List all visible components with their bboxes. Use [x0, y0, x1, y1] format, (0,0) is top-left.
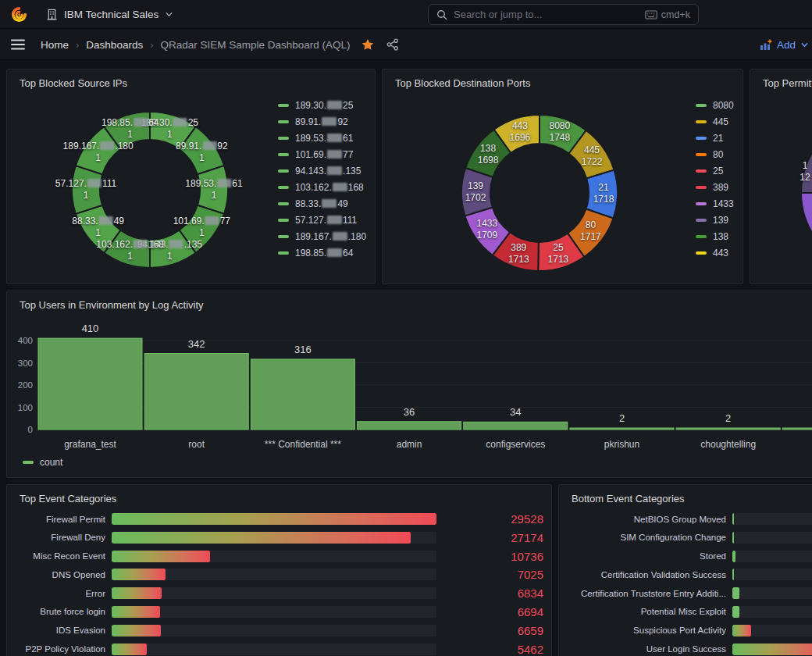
legend-item[interactable]: 189.167..180: [278, 232, 366, 241]
panel-title[interactable]: Top Blocked Source IPs: [7, 70, 375, 96]
gauge-bar-SIM Configuration Change[interactable]: [732, 532, 734, 544]
gauge-label: IDS Evasion: [7, 626, 105, 635]
legend-item[interactable]: 389: [696, 183, 734, 192]
search-input[interactable]: Search or jump to... cmd+k: [428, 4, 699, 25]
bar-*** Confidential ***[interactable]: [251, 359, 354, 430]
gauge-bar-Firewall Permit[interactable]: [112, 513, 436, 525]
legend-swatch: [278, 169, 289, 173]
legend-swatch: [278, 104, 289, 107]
share-icon[interactable]: [386, 38, 399, 51]
gauge-bar-Certification Truststore Entry Additi...[interactable]: [732, 587, 739, 599]
donut-slice-segment-4[interactable]: [801, 115, 812, 193]
gauge-label: Firewall Permit: [7, 515, 105, 524]
add-panel-button[interactable]: Add: [758, 30, 810, 60]
donut-slice-segment-3[interactable]: [801, 193, 812, 271]
gauge-row: Misc Recon Event10736: [7, 551, 551, 562]
bar-admin[interactable]: [358, 422, 461, 430]
gauge-track: [732, 625, 812, 636]
chart-legend[interactable]: count: [23, 457, 62, 468]
bar-configservices[interactable]: [464, 422, 568, 430]
legend-label: 8080: [713, 101, 734, 110]
legend-item[interactable]: 198.85.64: [278, 248, 366, 258]
legend-swatch: [278, 202, 289, 205]
legend-item[interactable]: 88.33.49: [278, 199, 366, 209]
breadcrumb-dashboards[interactable]: Dashboards: [86, 39, 143, 51]
gauge-bar-Misc Recon Event[interactable]: [112, 551, 210, 562]
gauge-bar-NetBIOS Group Moved[interactable]: [732, 513, 734, 525]
legend-item[interactable]: 94.143..135: [278, 166, 366, 176]
legend-swatch: [696, 202, 707, 205]
gauge-label: User Login Success: [559, 644, 726, 654]
legend-item[interactable]: 101.69.77: [278, 150, 366, 159]
gauge-track: [732, 606, 812, 618]
redacted-text: [327, 216, 342, 224]
grafana-logo-icon[interactable]: [11, 6, 27, 23]
bar-grafana_test[interactable]: [38, 338, 142, 430]
legend-swatch: [278, 235, 289, 238]
bar-pkrishun[interactable]: [570, 428, 674, 430]
gauge-bar-Certification Validation Success[interactable]: [732, 569, 734, 580]
panel-title[interactable]: Top Blocked Destination Ports: [383, 70, 743, 96]
legend-item[interactable]: 189.53.61: [278, 134, 366, 143]
legend-label: 101.69.77: [295, 150, 353, 159]
bar-value-label: 342: [188, 338, 205, 350]
legend-item[interactable]: 25: [696, 166, 734, 176]
chevron-down-icon: [165, 10, 173, 19]
donut-chart-top-permitted: 112: [750, 70, 812, 283]
redacted-text: [322, 117, 337, 126]
legend-swatch: [278, 137, 289, 140]
bar-choughtelling[interactable]: [676, 428, 780, 430]
gauge-value: 27174: [436, 531, 551, 544]
gauge-bar-Brute force login[interactable]: [112, 606, 160, 618]
gauge-bar-DNS Opened[interactable]: [112, 569, 166, 580]
legend-item[interactable]: 1433: [696, 199, 734, 209]
panel-top-event-categories: Top Event Categories Firewall Permit2952…: [6, 484, 552, 656]
gauge-track: [112, 587, 436, 599]
menu-icon[interactable]: [11, 39, 25, 50]
gauge-row: SIM Configuration Change: [559, 532, 812, 544]
legend-item[interactable]: 8080: [696, 101, 734, 110]
gauge-track: [732, 513, 812, 525]
gauge-bar-Firewall Deny[interactable]: [112, 532, 411, 544]
redacted-text: [327, 248, 342, 257]
legend-item[interactable]: 89.91.92: [278, 117, 366, 127]
breadcrumb-separator: ›: [69, 39, 86, 51]
legend-item[interactable]: 189.30.25: [278, 101, 366, 110]
y-axis-tick: 300: [18, 358, 33, 368]
legend-item[interactable]: 80: [696, 150, 734, 159]
gauge-value: 6659: [436, 624, 551, 637]
legend-item[interactable]: 21: [696, 134, 734, 143]
legend-swatch: [278, 120, 289, 123]
gauge-label: Firewall Deny: [7, 533, 105, 542]
x-axis-category-label: *** Confidential ***: [265, 439, 341, 450]
legend-item[interactable]: 138: [696, 232, 734, 241]
gauge-bar-IDS Evasion[interactable]: [112, 625, 161, 636]
bar-value-label: 34: [510, 406, 521, 418]
legend-item[interactable]: 139: [696, 216, 734, 225]
gauge-bar-Stored[interactable]: [732, 551, 735, 562]
gauge-bar-Potential Misc Exploit[interactable]: [732, 606, 739, 618]
gauge-track: [112, 625, 436, 636]
panel-title[interactable]: Top Permitt: [750, 70, 812, 96]
breadcrumb-home[interactable]: Home: [41, 39, 69, 51]
gauge-row: Firewall Permit29528: [7, 513, 551, 525]
gauge-bar-Error[interactable]: [112, 587, 162, 599]
star-icon[interactable]: [361, 38, 374, 51]
bar-partial[interactable]: [782, 428, 812, 430]
grafana-dashboard: { "nav": { "org": "IBM Technical Sales",…: [0, 0, 812, 656]
gauge-bar-Suspicious Port Activity[interactable]: [732, 625, 751, 636]
legend-label: 89.91.92: [295, 117, 348, 127]
legend-item[interactable]: 445: [696, 117, 734, 127]
bar-root[interactable]: [144, 354, 248, 430]
redacted-text: [333, 232, 347, 241]
legend-item[interactable]: 57.127.111: [278, 216, 366, 225]
panel-title[interactable]: Top Users in Environment by Log Activity: [7, 291, 812, 318]
gauge-bar-P2P Policy Violation[interactable]: [112, 644, 147, 655]
gauge-label: Stored: [559, 551, 726, 561]
panel-title[interactable]: Bottom Event Categories: [559, 485, 812, 512]
org-switcher[interactable]: IBM Technical Sales: [46, 9, 173, 20]
legend-item[interactable]: 443: [696, 248, 734, 258]
panel-title[interactable]: Top Event Categories: [7, 485, 551, 512]
legend-item[interactable]: 103.162.168: [278, 183, 366, 192]
gauge-bar-User Login Success[interactable]: [732, 644, 812, 655]
